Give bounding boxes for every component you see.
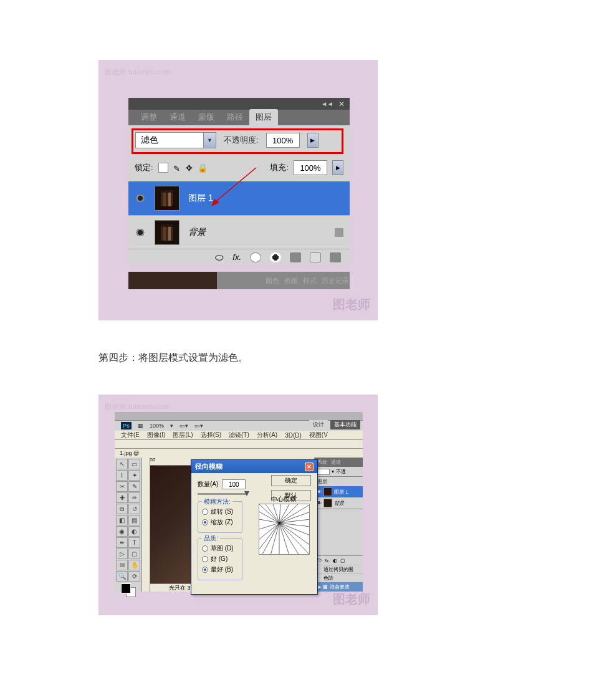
tab-adjustments[interactable]: 调整 <box>135 109 163 125</box>
rotate-tool-icon[interactable]: ⟳ <box>128 571 140 582</box>
shape-tool-icon[interactable]: ▢ <box>128 549 140 559</box>
stamp-tool-icon[interactable]: ⧉ <box>116 504 128 514</box>
path-tool-icon[interactable]: ▷ <box>116 549 128 559</box>
dodge-tool-icon[interactable]: ◐ <box>128 526 140 537</box>
link-layers-icon[interactable]: ⬭ <box>215 252 224 263</box>
blur-tool-icon[interactable]: ◉ <box>116 526 128 537</box>
menu-view[interactable]: 视图(V <box>309 431 328 439</box>
fx-icon[interactable]: fx. <box>232 252 241 262</box>
type-tool-icon[interactable]: T <box>128 537 140 548</box>
move-tool-icon[interactable]: ↖ <box>116 459 128 469</box>
heal-tool-icon[interactable]: ✚ <box>116 492 128 503</box>
menu-layer[interactable]: 图层(L) <box>173 431 193 439</box>
svg-line-21 <box>259 523 279 539</box>
radio-spin[interactable]: 旋转 (S) <box>202 507 238 516</box>
close-icon[interactable]: ✕ <box>305 463 314 471</box>
opacity-input[interactable]: 100% <box>266 133 300 148</box>
hand-tool-icon[interactable]: ✋ <box>128 560 140 570</box>
menu-filter[interactable]: 滤镜(T) <box>229 431 249 439</box>
svg-line-16 <box>279 523 289 555</box>
zoom-tool-icon[interactable]: 🔍 <box>116 571 128 582</box>
slider-thumb-icon[interactable] <box>244 491 249 496</box>
radio-good[interactable]: 好 (G) <box>202 555 238 563</box>
action-item[interactable]: 通过拷贝的图 <box>315 565 363 573</box>
amount-slider[interactable] <box>198 493 247 495</box>
layer-name[interactable]: 图层 1 <box>188 193 213 204</box>
fill-flyout-icon[interactable]: ▶ <box>332 160 343 175</box>
mini-layer-row[interactable]: 👁背景 <box>315 497 363 509</box>
doc-tab[interactable]: 1.jpg @ <box>120 450 139 456</box>
mask-icon[interactable] <box>250 252 261 262</box>
basic-label[interactable]: 基本功能 <box>330 420 360 429</box>
tab-masks[interactable]: 蒙版 <box>192 109 221 125</box>
new-layer-icon[interactable] <box>310 252 321 262</box>
eyedropper-tool-icon[interactable]: ✎ <box>128 481 140 492</box>
wand-tool-icon[interactable]: ✦ <box>128 470 140 481</box>
collapse-arrows-icon[interactable]: ◄◄ <box>321 100 333 107</box>
blend-mini: ▾ 不透 <box>315 467 363 476</box>
dialog-titlebar[interactable]: 径向模糊 ✕ <box>191 460 317 473</box>
tab-swatches[interactable]: 色板 <box>284 276 298 285</box>
amount-input[interactable] <box>222 479 246 489</box>
opacity-flyout-icon[interactable]: ▶ <box>307 133 318 148</box>
lasso-tool-icon[interactable]: ⌇ <box>116 470 128 481</box>
blur-preview[interactable] <box>259 504 310 555</box>
lock-all-icon[interactable]: 🔒 <box>198 163 208 173</box>
ps-logo-icon: Ps <box>121 422 132 429</box>
ok-button[interactable]: 确定 <box>271 475 311 486</box>
crop-tool-icon[interactable]: ✂ <box>116 481 128 492</box>
layers-panel: ◄◄ ✕ 调整 通道 蒙版 路径 图层 滤色 ▼ 不透明度: <box>128 98 350 265</box>
menu-analysis[interactable]: 分析(A) <box>257 431 277 439</box>
tab-channels[interactable]: 通道 <box>163 109 192 125</box>
gradient-tool-icon[interactable]: ▤ <box>128 515 140 525</box>
layer-row[interactable]: 图层 1 <box>128 181 350 215</box>
action-item[interactable]: 色阶 <box>315 573 363 582</box>
menu-3d[interactable]: 3D(D) <box>285 432 302 439</box>
close-icon[interactable]: ✕ <box>338 100 345 108</box>
fill-label: 填充: <box>270 162 289 173</box>
tab-history[interactable]: 历史记录 <box>322 276 349 285</box>
radio-draft[interactable]: 草图 (D) <box>202 544 238 553</box>
svg-line-20 <box>259 523 279 549</box>
eraser-tool-icon[interactable]: ◧ <box>116 515 128 525</box>
adjustment-layer-icon[interactable] <box>270 252 281 262</box>
menu-image[interactable]: 图像(I) <box>147 431 165 439</box>
lock-brush-icon[interactable]: ✎ <box>173 164 181 171</box>
tab-styles[interactable]: 样式 <box>303 276 317 285</box>
layer-name[interactable]: 背景 <box>188 227 206 238</box>
actions-header[interactable]: ▶▦混合更改 <box>315 582 363 592</box>
zoom-dropdown[interactable]: 100% <box>150 423 164 429</box>
layer-row[interactable]: 背景 <box>128 215 350 249</box>
notes-tool-icon[interactable]: ✉ <box>116 560 128 570</box>
blend-mode-select[interactable]: 滤色 ▼ <box>135 132 216 148</box>
brush-tool-icon[interactable]: ✏ <box>128 492 140 503</box>
arrange-icon[interactable]: ▭▾ <box>194 423 203 429</box>
history-brush-icon[interactable]: ↺ <box>128 504 140 514</box>
tab-color[interactable]: 颜色 <box>266 276 279 285</box>
visibility-eye-icon[interactable] <box>135 229 146 236</box>
svg-line-18 <box>271 523 279 555</box>
menu-select[interactable]: 选择(S) <box>201 431 221 439</box>
color-swatches[interactable] <box>116 582 140 598</box>
lock-transparency-icon[interactable] <box>158 163 168 173</box>
group-icon[interactable] <box>290 252 301 262</box>
menu-file[interactable]: 文件(E <box>121 431 140 439</box>
pen-tool-icon[interactable]: ✒ <box>116 537 128 548</box>
delete-icon[interactable] <box>330 252 341 262</box>
design-label[interactable]: 设计 <box>309 420 328 429</box>
tab-paths[interactable]: 路径 <box>221 109 249 125</box>
tab-layers[interactable]: 图层 <box>249 109 278 125</box>
fill-input[interactable]: 100% <box>294 160 327 175</box>
right-tab[interactable]: 通道 <box>331 459 341 466</box>
marquee-tool-icon[interactable]: ▭ <box>128 459 140 469</box>
visibility-eye-icon[interactable] <box>135 194 146 202</box>
right-tab[interactable]: 系统 <box>317 459 327 466</box>
layers-mini-tab[interactable]: 图层 <box>315 476 363 486</box>
screen-mode-icon[interactable]: ▭▾ <box>180 423 188 429</box>
lock-move-icon[interactable]: ✥ <box>186 163 193 173</box>
mini-layer-row[interactable]: 👁图层 1 <box>315 486 363 497</box>
radio-zoom[interactable]: 缩放 (Z) <box>202 518 238 527</box>
hand-icon[interactable]: ▦ <box>138 423 143 429</box>
foreground-swatch[interactable] <box>121 583 131 593</box>
radio-best[interactable]: 最好 (B) <box>202 565 238 574</box>
